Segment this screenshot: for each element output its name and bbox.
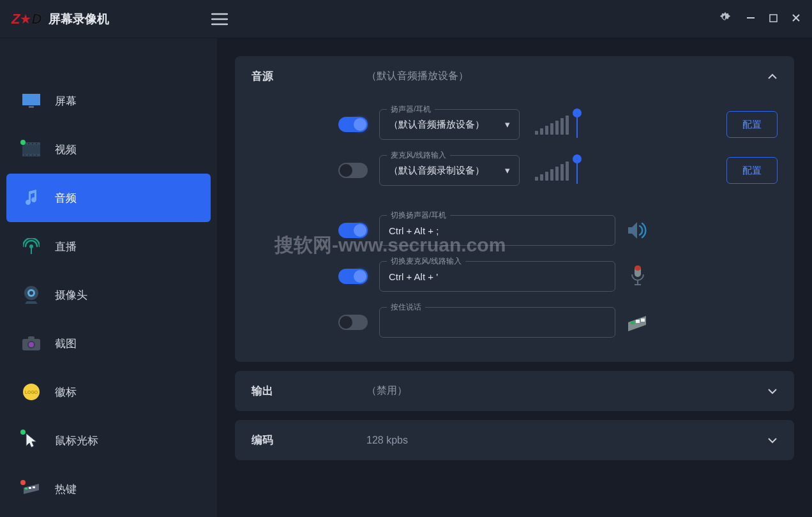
row-hotkey-mic: 切换麦克风/线路输入 Ctrl + Alt + ' bbox=[252, 253, 778, 299]
panel-audio-source: 音源 （默认音频播放设备） 扬声器/耳机 （默认音频播放设备） ▾ bbox=[235, 56, 794, 362]
sidebar-item-label: 摄像头 bbox=[55, 288, 87, 303]
close-icon bbox=[792, 13, 801, 22]
sidebar-item-label: 截图 bbox=[55, 336, 77, 351]
panel-title: 编码 bbox=[252, 433, 366, 447]
cursor-icon bbox=[22, 432, 41, 449]
field-label: 麦克风/线路输入 bbox=[387, 150, 450, 161]
hamburger-icon bbox=[211, 13, 228, 26]
theme-toggle-button[interactable] bbox=[718, 11, 732, 27]
svg-text:LOGO: LOGO bbox=[25, 390, 38, 394]
maximize-button[interactable] bbox=[769, 13, 778, 25]
panel-title: 输出 bbox=[252, 384, 366, 398]
panel-header-source[interactable]: 音源 （默认音频播放设备） bbox=[235, 56, 794, 96]
svg-point-22 bbox=[29, 342, 34, 347]
speaker-icon bbox=[627, 220, 649, 241]
svg-rect-26 bbox=[29, 487, 31, 489]
minimize-icon bbox=[746, 13, 755, 22]
field-label: 切换扬声器/耳机 bbox=[387, 210, 450, 221]
sidebar-item-live[interactable]: 直播 bbox=[0, 222, 217, 271]
chevron-down-icon bbox=[767, 385, 778, 398]
panel-title: 音源 bbox=[252, 69, 366, 84]
svg-rect-32 bbox=[641, 318, 645, 322]
main-content: 音源 （默认音频播放设备） 扬声器/耳机 （默认音频播放设备） ▾ bbox=[217, 38, 812, 517]
row-hotkey-ptt: 按住说话 bbox=[252, 299, 778, 345]
panel-summary: 128 kpbs bbox=[366, 435, 767, 446]
sidebar-item-label: 屏幕 bbox=[55, 94, 77, 109]
select-value: （默认音频录制设备） bbox=[389, 165, 485, 177]
toggle-mic[interactable] bbox=[338, 163, 368, 178]
panel-summary: （禁用） bbox=[366, 384, 767, 398]
panel-summary: （默认音频播放设备） bbox=[366, 70, 767, 83]
sidebar-item-logo[interactable]: LOGO 徽标 bbox=[0, 368, 217, 416]
svg-point-7 bbox=[28, 143, 29, 144]
hotkey-value: Ctrl + Alt + ' bbox=[389, 271, 438, 282]
panel-encoding: 编码 128 kpbs bbox=[235, 420, 794, 460]
sidebar-item-video[interactable]: 视频 bbox=[0, 125, 217, 174]
sidebar-item-cursor[interactable]: 鼠标光标 bbox=[0, 416, 217, 465]
configure-speaker-button[interactable]: 配置 bbox=[726, 111, 778, 138]
app-title: 屏幕录像机 bbox=[49, 11, 109, 27]
sidebar-item-screen[interactable]: 屏幕 bbox=[0, 77, 217, 125]
sidebar-item-audio[interactable]: 音频 bbox=[6, 174, 211, 222]
svg-point-10 bbox=[24, 154, 26, 156]
toggle-hotkey-mic[interactable] bbox=[338, 269, 368, 284]
svg-point-11 bbox=[28, 154, 29, 156]
svg-point-8 bbox=[32, 143, 33, 144]
chevron-down-icon bbox=[767, 434, 778, 447]
svg-rect-29 bbox=[635, 266, 641, 271]
volume-meter-icon bbox=[535, 114, 569, 135]
caret-down-icon: ▾ bbox=[505, 119, 510, 130]
sidebar-item-camera[interactable]: 摄像头 bbox=[0, 271, 217, 319]
maximize-icon bbox=[769, 14, 778, 22]
menu-button[interactable] bbox=[211, 13, 228, 26]
svg-point-18 bbox=[29, 291, 33, 295]
panel-output: 输出 （禁用） bbox=[235, 371, 794, 411]
volume-slider-mic[interactable] bbox=[575, 157, 579, 184]
row-hotkey-speaker: 切换扬声器/耳机 Ctrl + Alt + ; bbox=[252, 207, 778, 253]
titlebar: Z★D 屏幕录像机 bbox=[0, 0, 812, 38]
microphone-icon bbox=[627, 266, 649, 287]
svg-rect-1 bbox=[22, 94, 40, 105]
logo-badge-icon: LOGO bbox=[22, 384, 41, 400]
sidebar-item-label: 音频 bbox=[55, 191, 77, 206]
brightness-icon bbox=[718, 11, 732, 25]
sidebar-item-label: 鼠标光标 bbox=[55, 433, 98, 448]
panel-header-output[interactable]: 输出 （禁用） bbox=[235, 371, 794, 411]
svg-rect-25 bbox=[25, 488, 27, 490]
toggle-speaker[interactable] bbox=[338, 117, 368, 132]
sidebar-item-screenshot[interactable]: 截图 bbox=[0, 319, 217, 368]
push-to-talk-icon bbox=[627, 311, 649, 333]
monitor-icon bbox=[22, 94, 41, 108]
row-speaker-device: 扬声器/耳机 （默认音频播放设备） ▾ 配置 bbox=[252, 101, 778, 147]
webcam-icon bbox=[22, 286, 41, 304]
close-button[interactable] bbox=[792, 13, 801, 25]
sidebar-item-label: 视频 bbox=[55, 142, 77, 157]
toggle-hotkey-ptt[interactable] bbox=[338, 315, 368, 330]
configure-mic-button[interactable]: 配置 bbox=[726, 157, 778, 184]
volume-meter-icon bbox=[535, 160, 569, 181]
svg-rect-2 bbox=[29, 106, 34, 108]
chevron-up-icon bbox=[767, 70, 778, 83]
svg-rect-31 bbox=[636, 320, 640, 323]
svg-point-9 bbox=[36, 143, 37, 144]
volume-slider-speaker[interactable] bbox=[575, 111, 579, 138]
hotkey-value: Ctrl + Alt + ; bbox=[389, 225, 439, 236]
svg-rect-15 bbox=[31, 248, 32, 254]
sidebar-item-hotkey[interactable]: 热键 bbox=[0, 465, 217, 513]
sidebar-item-label: 热键 bbox=[55, 482, 77, 497]
camera-icon bbox=[22, 336, 41, 350]
broadcast-icon bbox=[22, 238, 41, 255]
svg-rect-30 bbox=[631, 321, 635, 324]
row-mic-device: 麦克风/线路输入 （默认音频录制设备） ▾ 配置 bbox=[252, 147, 778, 193]
svg-rect-27 bbox=[33, 486, 35, 488]
panel-header-encoding[interactable]: 编码 128 kpbs bbox=[235, 420, 794, 460]
music-note-icon bbox=[22, 190, 41, 206]
keyboard-icon bbox=[22, 483, 41, 495]
minimize-button[interactable] bbox=[746, 13, 755, 25]
svg-point-13 bbox=[36, 154, 37, 156]
sidebar-item-label: 直播 bbox=[55, 239, 77, 254]
toggle-hotkey-speaker[interactable] bbox=[338, 223, 368, 238]
svg-point-12 bbox=[32, 154, 33, 156]
film-icon bbox=[22, 142, 41, 156]
caret-down-icon: ▾ bbox=[505, 165, 510, 176]
